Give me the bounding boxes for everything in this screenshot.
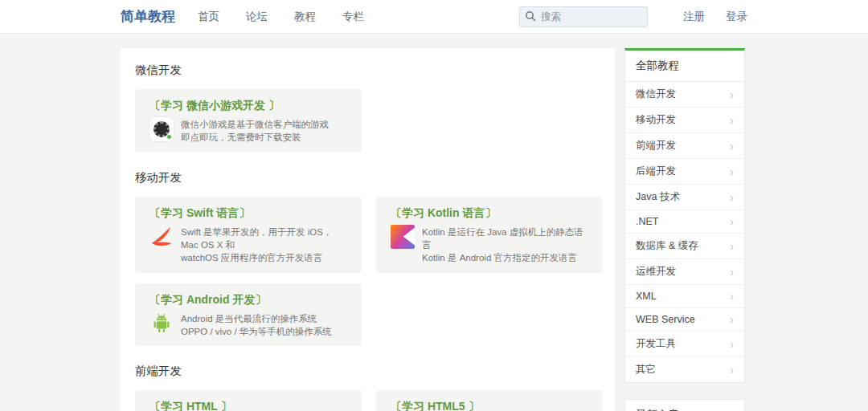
card-title[interactable]: 〔学习 微信小游戏开发 〕 (149, 99, 347, 113)
sidebar-item-label: WEB Service (636, 314, 695, 325)
chevron-right-icon: › (730, 140, 734, 152)
card-grid: 〔学习 Swift 语言〕 Swift 是苹果开发的，用于开发 iOS，Mac … (135, 197, 603, 347)
sidebar-item-label: 前端开发 (636, 139, 676, 153)
card-html5[interactable]: 〔学习 HTML5 〕 5 HTML HTML5 是下一代 HTML 标准 HT… (376, 390, 603, 411)
section-title: 前端开发 (135, 364, 603, 379)
sidebar-item-database-cache[interactable]: 数据库 & 缓存 › (625, 234, 744, 259)
card-description: Kotlin 是运行在 Java 虚拟机上的静态语言 Kotlin 是 Andr… (422, 225, 588, 265)
card-body: Kotlin 是运行在 Java 虚拟机上的静态语言 Kotlin 是 Andr… (391, 225, 588, 265)
desc-line: watchOS 应用程序的官方开发语言 (181, 251, 347, 264)
desc-line: Kotlin 是 Android 官方指定的开发语言 (422, 251, 588, 264)
card-body: Swift 是苹果开发的，用于开发 iOS，Mac OS X 和 watchOS… (149, 225, 347, 265)
sidebar-item-label: Java 技术 (636, 190, 680, 204)
card-title[interactable]: 〔学习 HTML5 〕 (391, 400, 588, 411)
section-frontend-dev: 前端开发 〔学习 HTML 〕 HTML HTML 是用来描述网页的一种语言 (135, 364, 603, 411)
section-mobile-dev: 移动开发 〔学习 Swift 语言〕 Swift 是苹果开发的，用于开发 iOS… (135, 170, 603, 347)
sidebar-item-label: .NET (636, 216, 658, 227)
sidebar: 全部教程 微信开发 › 移动开发 › 前端开发 › 后端开发 › Java 技术… (624, 48, 745, 411)
card-title[interactable]: 〔学习 Kotlin 语言〕 (391, 206, 588, 221)
card-grid: 〔学习 微信小游戏开发 〕 微信小游戏是基于微信客户端的游戏 即点即玩，无需费时… (135, 89, 603, 153)
sidebar-item-xml[interactable]: XML › (625, 285, 744, 308)
card-grid: 〔学习 HTML 〕 HTML HTML 是用来描述网页的一种语言 〔学习 HT (135, 390, 603, 411)
sidebar-item-label: 运维开发 (636, 265, 676, 279)
section-wechat-dev: 微信开发 〔学习 微信小游戏开发 〕 微信小游戏是基于微信客户端的游戏 即点即玩… (135, 63, 603, 153)
sidebar-item-label: 移动开发 (636, 113, 676, 127)
desc-line: 即点即玩，无需费时下载安装 (181, 131, 329, 144)
login-link[interactable]: 登录 (726, 10, 747, 24)
chevron-right-icon: › (730, 115, 734, 126)
nav-item-home[interactable]: 首页 (198, 10, 219, 24)
card-kotlin[interactable]: 〔学习 Kotlin 语言〕 Kotlin 是运行在 Java 虚拟机上的静态语… (376, 197, 603, 273)
card-description: Android 是当代最流行的操作系统 OPPO / vivo / 华为等手机的… (181, 311, 332, 339)
kotlin-icon (391, 225, 415, 249)
chevron-right-icon: › (730, 241, 734, 252)
chevron-right-icon: › (730, 314, 734, 325)
card-html[interactable]: 〔学习 HTML 〕 HTML HTML 是用来描述网页的一种语言 (135, 390, 362, 411)
card-title[interactable]: 〔学习 Swift 语言〕 (149, 206, 347, 221)
desc-line: Android 是当代最流行的操作系统 (181, 312, 332, 325)
card-description: Swift 是苹果开发的，用于开发 iOS，Mac OS X 和 watchOS… (181, 225, 347, 265)
nav-item-tutorials[interactable]: 教程 (294, 10, 316, 24)
card-body: Android 是当代最流行的操作系统 OPPO / vivo / 华为等手机的… (149, 311, 347, 339)
nav-item-columns[interactable]: 专栏 (342, 10, 364, 24)
chevron-right-icon: › (730, 216, 734, 227)
card-description: 微信小游戏是基于微信客户端的游戏 即点即玩，无需费时下载安装 (181, 117, 329, 144)
sidebar-item-devops[interactable]: 运维开发 › (625, 259, 744, 285)
sidebar-item-label: 其它 (636, 363, 656, 376)
card-swift[interactable]: 〔学习 Swift 语言〕 Swift 是苹果开发的，用于开发 iOS，Mac … (135, 197, 362, 273)
sidebar-item-web-service[interactable]: WEB Service › (625, 308, 744, 332)
latest-articles-box: 最新文章 ▪ 火币网随机指数(Stochastic) PHP 算法源码 (624, 399, 745, 411)
main-content-panel: 微信开发 〔学习 微信小游戏开发 〕 微信小游戏是基于微信客户端的游戏 即点即玩… (121, 48, 615, 411)
sidebar-item-dotnet[interactable]: .NET › (625, 210, 744, 234)
card-body: 微信小游戏是基于微信客户端的游戏 即点即玩，无需费时下载安装 (149, 117, 347, 144)
search-input[interactable] (519, 6, 648, 27)
register-link[interactable]: 注册 (683, 10, 705, 24)
sidebar-item-label: 开发工具 (636, 337, 676, 351)
sidebar-item-wechat-dev[interactable]: 微信开发 › (625, 82, 744, 108)
card-title[interactable]: 〔学习 HTML 〕 (149, 400, 347, 411)
sidebar-item-dev-tools[interactable]: 开发工具 › (625, 332, 744, 357)
top-navbar: 简单教程 首页 论坛 教程 专栏 注册 登录 (0, 0, 868, 34)
sidebar-item-java[interactable]: Java 技术 › (625, 185, 744, 210)
nav-item-forum[interactable]: 论坛 (246, 10, 268, 24)
section-title: 微信开发 (135, 63, 603, 78)
chevron-right-icon: › (730, 339, 734, 350)
desc-line: Swift 是苹果开发的，用于开发 iOS，Mac OS X 和 (181, 226, 347, 252)
section-title: 移动开发 (135, 170, 603, 185)
wechat-minigame-dot (166, 134, 172, 140)
chevron-right-icon: › (730, 192, 734, 203)
chevron-right-icon: › (730, 291, 734, 302)
sidebar-item-mobile-dev[interactable]: 移动开发 › (625, 108, 744, 133)
swift-icon (149, 225, 174, 249)
android-icon (149, 311, 174, 336)
chevron-right-icon: › (730, 364, 734, 376)
main-nav: 首页 论坛 教程 专栏 (198, 10, 391, 24)
sidebar-item-label: 数据库 & 缓存 (636, 239, 698, 253)
chevron-right-icon: › (730, 166, 734, 177)
desc-line: 微信小游戏是基于微信客户端的游戏 (181, 118, 329, 131)
search-box (519, 6, 648, 27)
sidebar-item-backend-dev[interactable]: 后端开发 › (625, 159, 744, 185)
card-wechat-minigame[interactable]: 〔学习 微信小游戏开发 〕 微信小游戏是基于微信客户端的游戏 即点即玩，无需费时… (135, 89, 362, 153)
card-title[interactable]: 〔学习 Android 开发〕 (149, 293, 347, 307)
sidebar-item-frontend-dev[interactable]: 前端开发 › (625, 133, 744, 159)
search-icon (525, 10, 536, 22)
chevron-right-icon: › (730, 89, 734, 100)
sidebar-item-other[interactable]: 其它 › (625, 357, 744, 382)
auth-links: 注册 登录 (662, 10, 747, 24)
kotlin-icon-notch (391, 225, 415, 249)
desc-line: Kotlin 是运行在 Java 虚拟机上的静态语言 (422, 226, 588, 252)
latest-articles-title: 最新文章 (625, 400, 744, 411)
sidebar-item-label: 后端开发 (636, 165, 676, 178)
all-tutorials-title: 全部教程 (625, 51, 744, 82)
sidebar-item-label: 微信开发 (636, 87, 676, 101)
wechat-minigame-icon (149, 117, 174, 141)
page-body: 微信开发 〔学习 微信小游戏开发 〕 微信小游戏是基于微信客户端的游戏 即点即玩… (0, 34, 868, 411)
desc-line: OPPO / vivo / 华为等手机的操作系统 (181, 325, 332, 338)
chevron-right-icon: › (730, 267, 734, 278)
card-android[interactable]: 〔学习 Android 开发〕 (135, 283, 362, 347)
site-logo[interactable]: 简单教程 (121, 7, 175, 26)
all-tutorials-box: 全部教程 微信开发 › 移动开发 › 前端开发 › 后端开发 › Java 技术… (624, 48, 745, 383)
sidebar-item-label: XML (636, 291, 657, 302)
